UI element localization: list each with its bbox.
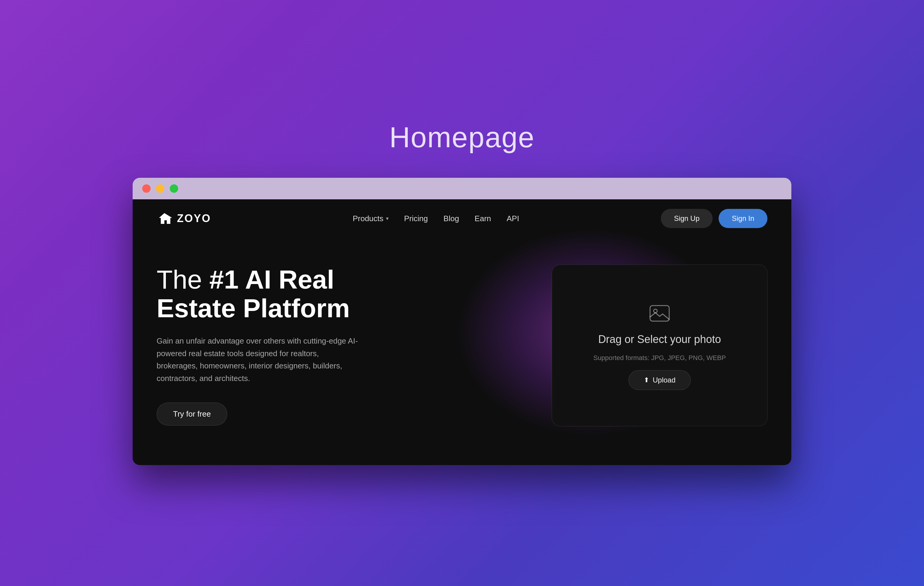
chevron-down-icon: ▾ [386, 215, 389, 222]
signup-button[interactable]: Sign Up [661, 209, 713, 228]
browser-window: ZOYO Products ▾ Pricing Blog Earn API [133, 178, 791, 465]
nav-item-products[interactable]: Products ▾ [353, 214, 389, 223]
browser-titlebar [133, 178, 791, 199]
hero-left: The #1 AI Real Estate Platform Gain an u… [157, 265, 381, 426]
nav-item-api[interactable]: API [507, 214, 519, 223]
traffic-light-close[interactable] [142, 184, 150, 193]
svg-rect-1 [650, 306, 669, 321]
nav-item-blog[interactable]: Blog [444, 214, 459, 223]
page-title: Homepage [389, 121, 535, 154]
logo-text: ZOYO [177, 212, 211, 225]
traffic-light-minimize[interactable] [156, 184, 164, 193]
traffic-light-maximize[interactable] [170, 184, 178, 193]
nav-actions: Sign Up Sign In [661, 209, 767, 228]
hero-title-plain: The [157, 265, 209, 294]
navbar: ZOYO Products ▾ Pricing Blog Earn API [133, 199, 791, 238]
logo-icon [157, 211, 172, 226]
upload-icon-wrap [648, 301, 672, 325]
upload-icon: ⬆ [644, 376, 649, 384]
try-free-button[interactable]: Try for free [157, 403, 227, 426]
hero-title: The #1 AI Real Estate Platform [157, 265, 381, 323]
upload-card[interactable]: Drag or Select your photo Supported form… [552, 265, 767, 426]
hero-description: Gain an unfair advantage over others wit… [157, 335, 360, 385]
signin-button[interactable]: Sign In [719, 209, 767, 228]
image-icon [648, 301, 672, 325]
nav-label-api: API [507, 214, 519, 223]
drag-text: Drag or Select your photo [598, 333, 721, 346]
nav-label-pricing: Pricing [404, 214, 428, 223]
browser-content: ZOYO Products ▾ Pricing Blog Earn API [133, 199, 791, 465]
nav-links: Products ▾ Pricing Blog Earn API [353, 214, 519, 223]
upload-button[interactable]: ⬆ Upload [629, 370, 691, 390]
nav-label-blog: Blog [444, 214, 459, 223]
svg-point-2 [653, 309, 657, 313]
nav-item-earn[interactable]: Earn [475, 214, 491, 223]
upload-label: Upload [653, 376, 675, 384]
nav-label-products: Products [353, 214, 384, 223]
nav-item-pricing[interactable]: Pricing [404, 214, 428, 223]
hero-section: The #1 AI Real Estate Platform Gain an u… [133, 238, 791, 465]
logo[interactable]: ZOYO [157, 211, 211, 226]
formats-text: Supported formats: JPG, JPEG, PNG, WEBP [594, 354, 726, 362]
nav-label-earn: Earn [475, 214, 491, 223]
